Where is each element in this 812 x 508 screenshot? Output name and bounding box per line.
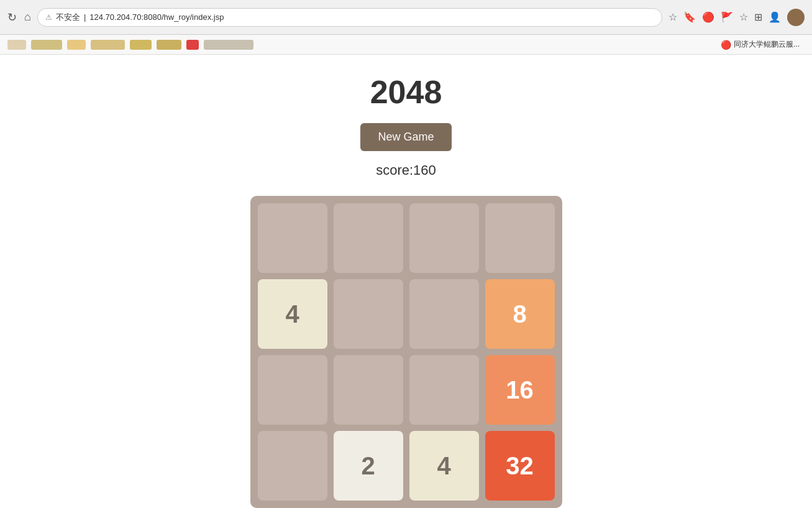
extension-icon-5[interactable]: ⊞	[754, 11, 762, 23]
security-label: 不安全	[56, 12, 80, 23]
tile-0-0	[258, 203, 327, 273]
huawei-bookmark[interactable]: 🔴 同济大学鲲鹏云服...	[716, 38, 805, 51]
browser-bar: ↻ ⌂ ⚠ 不安全 | 124.70.204.70:8080/hw_roy/in…	[0, 0, 812, 35]
tile-0-2	[409, 203, 479, 273]
tile-3-1: 2	[334, 431, 403, 501]
tile-3-2: 4	[409, 431, 479, 501]
bookmark-2[interactable]	[31, 40, 62, 50]
tile-1-2	[409, 279, 479, 349]
url-text: 124.70.204.70:8080/hw_roy/index.jsp	[89, 12, 224, 22]
tile-3-0	[258, 431, 327, 501]
bookmark-3[interactable]	[67, 40, 86, 50]
home-icon[interactable]: ⌂	[24, 11, 31, 24]
bookmark-5[interactable]	[130, 40, 152, 50]
extension-icon-1[interactable]: 🔖	[683, 11, 696, 23]
extension-icon-2[interactable]: 🔴	[702, 11, 714, 23]
tile-1-0: 4	[258, 279, 327, 349]
score-display: score:160	[376, 162, 436, 178]
bookmark-4[interactable]	[91, 40, 125, 50]
tile-1-3: 8	[485, 279, 555, 349]
tile-0-3	[485, 203, 555, 273]
browser-actions[interactable]: ☆ 🔖 🔴 🚩 ☆ ⊞ 👤	[668, 9, 805, 26]
page-content: 2048 New Game score:160 4 8 16 2 4 32	[0, 55, 812, 508]
bookmark-red[interactable]	[186, 40, 199, 50]
game-title: 2048	[370, 73, 442, 111]
tile-2-3: 16	[485, 355, 555, 425]
bookmark-6[interactable]	[157, 40, 181, 50]
address-separator: |	[84, 12, 86, 22]
huawei-icon: 🔴	[721, 40, 731, 50]
bookmarks-bar: 🔴 同济大学鲲鹏云服...	[0, 35, 812, 55]
reload-icon[interactable]: ↻	[7, 11, 17, 24]
tile-2-1	[334, 355, 403, 425]
avatar-icon[interactable]	[787, 9, 805, 26]
game-board: 4 8 16 2 4 32	[250, 196, 562, 508]
huawei-label: 同济大学鲲鹏云服...	[734, 39, 800, 50]
bookmark-1[interactable]	[7, 40, 26, 50]
extension-icon-3[interactable]: 🚩	[721, 11, 733, 23]
tile-3-3: 32	[485, 431, 555, 501]
tile-0-1	[334, 203, 403, 273]
new-game-button[interactable]: New Game	[360, 123, 451, 151]
tile-2-2	[409, 355, 479, 425]
browser-controls[interactable]: ↻ ⌂	[7, 11, 31, 24]
security-icon: ⚠	[45, 13, 52, 22]
bookmark-7[interactable]	[204, 40, 253, 50]
tile-1-1	[334, 279, 403, 349]
tile-2-0	[258, 355, 327, 425]
profile-icon[interactable]: 👤	[769, 11, 781, 23]
extension-icon-4[interactable]: ☆	[739, 11, 748, 23]
address-bar[interactable]: ⚠ 不安全 | 124.70.204.70:8080/hw_roy/index.…	[37, 8, 662, 27]
star-icon[interactable]: ☆	[668, 11, 677, 23]
